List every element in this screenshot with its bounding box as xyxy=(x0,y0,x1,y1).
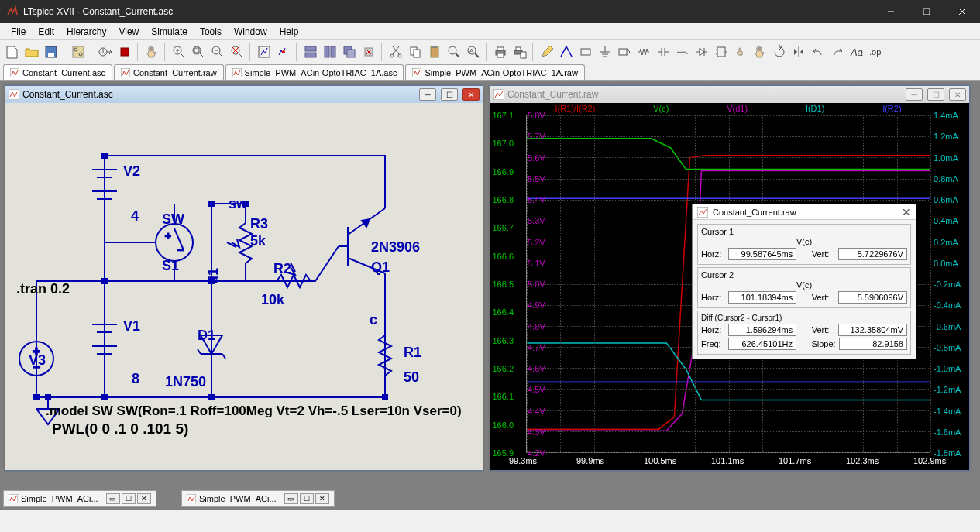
menu-hierarchy[interactable]: Hierarchy xyxy=(60,25,112,39)
menu-file[interactable]: File xyxy=(5,25,32,39)
minimized-window[interactable]: Simple_PWM_ACi... ▭☐✕ xyxy=(181,490,335,507)
label-v1[interactable]: V1 xyxy=(123,318,140,335)
label-q1[interactable]: Q1 xyxy=(371,259,390,276)
menu-view[interactable]: View xyxy=(112,25,145,39)
toolbar-ind-button[interactable] xyxy=(673,43,692,61)
label-d1[interactable]: D1 xyxy=(198,328,215,344)
toolbar-zoom-fit-button[interactable] xyxy=(189,43,208,61)
toolbar-cut-button[interactable] xyxy=(387,43,405,61)
toolbar-drag-button[interactable] xyxy=(751,43,769,61)
min-max[interactable]: ☐ xyxy=(122,493,136,504)
label-r2[interactable]: R2 xyxy=(273,261,291,277)
menu-window[interactable]: Window xyxy=(228,25,273,39)
toolbar-run-button[interactable] xyxy=(96,43,115,61)
cursor2-vert[interactable]: 5.5906096V xyxy=(838,291,907,304)
label-v2[interactable]: V2 xyxy=(123,163,140,180)
toolbar-print-button[interactable] xyxy=(491,43,510,61)
toolbar-open-button[interactable] xyxy=(22,43,41,61)
toolbar-new-button[interactable] xyxy=(3,43,22,61)
child-minimize-button[interactable]: ─ xyxy=(906,88,923,101)
toolbar-undo-button[interactable] xyxy=(809,43,827,61)
label-r3[interactable]: R3 xyxy=(250,216,268,232)
toolbar-wire-button[interactable] xyxy=(557,43,576,61)
cursor2-horz[interactable]: 101.18394ms xyxy=(728,291,797,304)
child-minimize-button[interactable]: ─ xyxy=(419,88,436,101)
legend-entry[interactable]: I(R2) xyxy=(882,104,901,115)
menu-edit[interactable]: Edit xyxy=(32,25,60,39)
toolbar-find-button[interactable] xyxy=(445,43,463,61)
toolbar-rect-button[interactable] xyxy=(576,43,595,61)
toolbar-autoscale-button[interactable] xyxy=(255,43,273,61)
toolbar-diode-button[interactable] xyxy=(693,43,711,61)
label-v2-val[interactable]: 4 xyxy=(131,208,139,225)
toolbar-pencil-button[interactable] xyxy=(538,43,556,61)
child-maximize-button[interactable]: ☐ xyxy=(441,88,458,101)
label-d1-model[interactable]: 1N750 xyxy=(165,374,206,390)
toolbar-cascade-button[interactable] xyxy=(340,43,359,61)
close-button[interactable] xyxy=(944,0,980,23)
label-v1-val[interactable]: 8 xyxy=(132,371,139,387)
legend-entry[interactable]: I(D1) xyxy=(806,104,824,115)
toolbar-ground-button[interactable] xyxy=(596,43,614,61)
toolbar-label-button[interactable] xyxy=(615,43,634,61)
schematic-window-titlebar[interactable]: Constant_Current.asc ─ ☐ ✕ xyxy=(5,86,483,103)
toolbar-res-button[interactable] xyxy=(634,43,653,61)
cursor-window-close[interactable]: ✕ xyxy=(902,206,911,218)
net-d1[interactable]: d1 xyxy=(205,268,222,284)
min-restore[interactable]: ▭ xyxy=(284,493,298,504)
toolbar-mark-button[interactable] xyxy=(274,43,293,61)
legend-entry[interactable]: I(R1)/I(R2) xyxy=(555,104,595,115)
toolbar-find2-button[interactable]: A xyxy=(464,43,483,61)
label-r1-val[interactable]: 50 xyxy=(404,369,419,386)
minimized-window[interactable]: Simple_PWM_ACi... ▭☐✕ xyxy=(3,490,156,507)
net-c[interactable]: c xyxy=(370,312,377,328)
min-close[interactable]: ✕ xyxy=(315,493,329,504)
toolbar-rotate-button[interactable] xyxy=(770,43,789,61)
label-s1[interactable]: S1 xyxy=(162,258,179,274)
document-tab[interactable]: Simple_PWM_ACin-OptoTRIAC_1A.raw xyxy=(405,64,584,80)
toolbar-pcb-button[interactable] xyxy=(69,43,88,61)
plot-window-titlebar[interactable]: Constant_Current.raw ─ ☐ ✕ xyxy=(490,86,969,103)
spice-pwl[interactable]: PWL(0 0 .1 0 .101 5) xyxy=(52,420,188,438)
toolbar-stop-button[interactable] xyxy=(115,43,134,61)
cursor-readout-window[interactable]: Constant_Current.raw ✕ Cursor 1 V(c) Hor… xyxy=(692,204,916,359)
toolbar-op-button[interactable]: .op xyxy=(867,43,885,61)
child-maximize-button[interactable]: ☐ xyxy=(927,88,944,101)
toolbar-paste-button[interactable] xyxy=(425,43,444,61)
schematic-canvas[interactable]: + − + − xyxy=(5,103,483,470)
toolbar-tile-h-button[interactable] xyxy=(301,43,320,61)
toolbar-move-button[interactable] xyxy=(731,43,750,61)
min-restore[interactable]: ▭ xyxy=(106,493,120,504)
menu-tools[interactable]: Tools xyxy=(194,25,228,39)
label-sw[interactable]: SW xyxy=(162,211,184,228)
toolbar-zoom-out-button[interactable] xyxy=(208,43,227,61)
toolbar-print-setup-button[interactable] xyxy=(511,43,529,61)
spice-tran[interactable]: .tran 0.2 xyxy=(16,281,70,297)
toolbar-zoom-undo-button[interactable] xyxy=(228,43,246,61)
min-close[interactable]: ✕ xyxy=(137,493,151,504)
label-q1-model[interactable]: 2N3906 xyxy=(371,239,420,256)
maximize-button[interactable] xyxy=(909,0,944,23)
label-r2-val[interactable]: 10k xyxy=(261,292,284,308)
menu-simulate[interactable]: Simulate xyxy=(145,25,194,39)
child-close-button[interactable]: ✕ xyxy=(949,88,966,101)
toolbar-tile-v-button[interactable] xyxy=(321,43,339,61)
child-close-button[interactable]: ✕ xyxy=(462,88,480,101)
toolbar-text-button[interactable]: Aa xyxy=(848,43,866,61)
toolbar-close-all-button[interactable] xyxy=(359,43,378,61)
document-tab[interactable]: Constant_Current.asc xyxy=(3,64,112,80)
menu-help[interactable]: Help xyxy=(273,25,305,39)
document-tab[interactable]: Simple_PWM_ACin-OptoTRIAC_1A.asc xyxy=(225,64,404,80)
toolbar-mirror-button[interactable] xyxy=(789,43,808,61)
label-v3[interactable]: V3 xyxy=(29,352,46,369)
cursor1-horz[interactable]: 99.587645ms xyxy=(728,248,797,260)
waveform-viewer[interactable]: I(R1)/I(R2)V(c)V(d1)I(D1)I(R2) xyxy=(490,103,969,470)
legend-entry[interactable]: V(c) xyxy=(653,104,669,115)
cursor1-vert[interactable]: 5.7229676V xyxy=(838,248,907,260)
cursor-window-titlebar[interactable]: Constant_Current.raw ✕ xyxy=(693,204,916,220)
minimize-button[interactable] xyxy=(873,0,909,23)
label-r1[interactable]: R1 xyxy=(404,345,421,361)
toolbar-redo-button[interactable] xyxy=(828,43,847,61)
toolbar-copy-button[interactable] xyxy=(406,43,425,61)
label-r3-val[interactable]: 5k xyxy=(250,233,266,249)
